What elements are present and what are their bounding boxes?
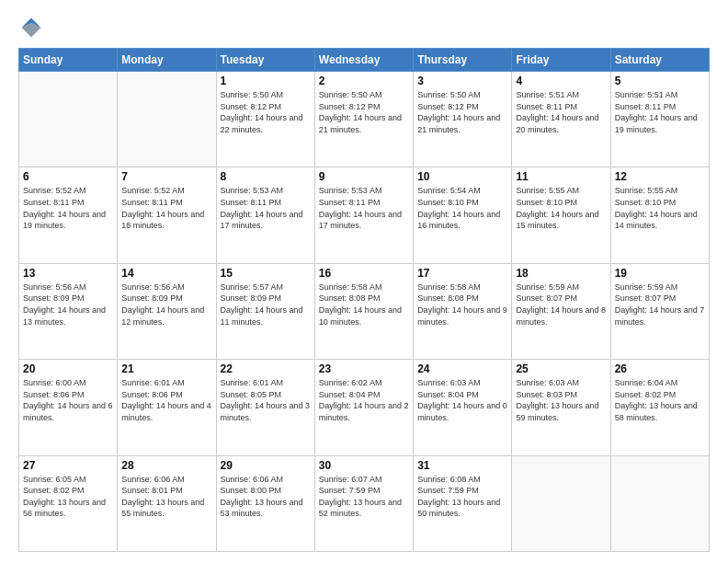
calendar-cell: 18Sunrise: 5:59 AM Sunset: 8:07 PM Dayli… — [512, 263, 610, 359]
day-number: 26 — [615, 362, 705, 375]
day-info: Sunrise: 5:55 AM Sunset: 8:10 PM Dayligh… — [516, 185, 606, 231]
calendar-cell: 17Sunrise: 5:58 AM Sunset: 8:08 PM Dayli… — [414, 263, 512, 359]
day-number: 17 — [417, 267, 507, 280]
calendar-cell: 19Sunrise: 5:59 AM Sunset: 8:07 PM Dayli… — [610, 263, 709, 359]
calendar-cell: 5Sunrise: 5:51 AM Sunset: 8:11 PM Daylig… — [610, 72, 709, 167]
calendar-cell: 13Sunrise: 5:56 AM Sunset: 8:09 PM Dayli… — [19, 263, 118, 359]
calendar-cell: 30Sunrise: 6:07 AM Sunset: 7:59 PM Dayli… — [314, 455, 413, 551]
day-number: 9 — [319, 170, 409, 183]
weekday-header-monday: Monday — [118, 49, 216, 72]
calendar: SundayMondayTuesdayWednesdayThursdayFrid… — [18, 48, 710, 552]
calendar-cell — [19, 72, 118, 167]
day-info: Sunrise: 5:51 AM Sunset: 8:11 PM Dayligh… — [615, 89, 705, 135]
day-info: Sunrise: 5:58 AM Sunset: 8:08 PM Dayligh… — [319, 282, 409, 327]
day-number: 5 — [615, 75, 705, 87]
day-info: Sunrise: 6:02 AM Sunset: 8:04 PM Dayligh… — [319, 377, 409, 423]
day-number: 21 — [121, 362, 211, 375]
day-number: 22 — [221, 362, 311, 375]
week-row-5: 27Sunrise: 6:05 AM Sunset: 8:02 PM Dayli… — [19, 455, 710, 551]
day-info: Sunrise: 5:50 AM Sunset: 8:12 PM Dayligh… — [417, 89, 507, 135]
day-info: Sunrise: 6:06 AM Sunset: 8:01 PM Dayligh… — [121, 474, 211, 520]
calendar-cell: 29Sunrise: 6:06 AM Sunset: 8:00 PM Dayli… — [216, 455, 314, 551]
day-number: 28 — [121, 459, 211, 472]
calendar-cell: 6Sunrise: 5:52 AM Sunset: 8:11 PM Daylig… — [19, 167, 118, 263]
day-info: Sunrise: 5:53 AM Sunset: 8:11 PM Dayligh… — [319, 185, 409, 231]
day-info: Sunrise: 5:56 AM Sunset: 8:09 PM Dayligh… — [121, 282, 211, 327]
day-info: Sunrise: 5:50 AM Sunset: 8:12 PM Dayligh… — [221, 89, 311, 135]
weekday-header-sunday: Sunday — [19, 49, 118, 72]
calendar-cell — [512, 455, 610, 551]
week-row-2: 6Sunrise: 5:52 AM Sunset: 8:11 PM Daylig… — [19, 167, 710, 263]
calendar-cell: 23Sunrise: 6:02 AM Sunset: 8:04 PM Dayli… — [314, 360, 413, 455]
day-info: Sunrise: 6:08 AM Sunset: 7:59 PM Dayligh… — [417, 474, 507, 520]
day-number: 16 — [319, 267, 409, 280]
day-info: Sunrise: 6:03 AM Sunset: 8:03 PM Dayligh… — [516, 377, 606, 423]
calendar-cell: 31Sunrise: 6:08 AM Sunset: 7:59 PM Dayli… — [414, 455, 512, 551]
day-info: Sunrise: 6:01 AM Sunset: 8:06 PM Dayligh… — [121, 377, 211, 423]
day-number: 4 — [516, 75, 606, 87]
calendar-cell: 22Sunrise: 6:01 AM Sunset: 8:05 PM Dayli… — [216, 360, 314, 455]
day-info: Sunrise: 6:00 AM Sunset: 8:06 PM Dayligh… — [23, 377, 113, 423]
day-info: Sunrise: 6:03 AM Sunset: 8:04 PM Dayligh… — [417, 377, 507, 423]
calendar-cell: 1Sunrise: 5:50 AM Sunset: 8:12 PM Daylig… — [216, 72, 314, 167]
calendar-cell: 28Sunrise: 6:06 AM Sunset: 8:01 PM Dayli… — [118, 455, 216, 551]
calendar-header-row: SundayMondayTuesdayWednesdayThursdayFrid… — [19, 49, 710, 72]
page: SundayMondayTuesdayWednesdayThursdayFrid… — [0, 0, 728, 563]
day-number: 2 — [319, 75, 409, 87]
calendar-cell — [118, 72, 216, 167]
calendar-cell: 10Sunrise: 5:54 AM Sunset: 8:10 PM Dayli… — [414, 167, 512, 263]
day-number: 3 — [417, 75, 507, 87]
calendar-cell: 9Sunrise: 5:53 AM Sunset: 8:11 PM Daylig… — [314, 167, 413, 263]
day-number: 1 — [221, 75, 311, 87]
calendar-cell: 3Sunrise: 5:50 AM Sunset: 8:12 PM Daylig… — [414, 72, 512, 167]
day-number: 25 — [516, 362, 606, 375]
calendar-cell: 27Sunrise: 6:05 AM Sunset: 8:02 PM Dayli… — [19, 455, 118, 551]
day-info: Sunrise: 5:54 AM Sunset: 8:10 PM Dayligh… — [417, 185, 507, 231]
day-info: Sunrise: 6:04 AM Sunset: 8:02 PM Dayligh… — [615, 377, 705, 423]
day-number: 19 — [615, 267, 705, 280]
weekday-header-saturday: Saturday — [610, 49, 709, 72]
day-number: 13 — [23, 267, 113, 280]
day-number: 20 — [23, 362, 113, 375]
day-number: 10 — [417, 170, 507, 183]
calendar-cell: 25Sunrise: 6:03 AM Sunset: 8:03 PM Dayli… — [512, 360, 610, 455]
logo-icon — [18, 15, 44, 40]
logo — [18, 15, 48, 40]
day-number: 18 — [516, 267, 606, 280]
day-number: 11 — [516, 170, 606, 183]
day-number: 31 — [417, 459, 507, 472]
day-number: 29 — [221, 459, 311, 472]
day-number: 7 — [121, 170, 211, 183]
calendar-cell — [610, 455, 709, 551]
weekday-header-thursday: Thursday — [414, 49, 512, 72]
weekday-header-wednesday: Wednesday — [314, 49, 413, 72]
day-info: Sunrise: 5:59 AM Sunset: 8:07 PM Dayligh… — [615, 282, 705, 327]
calendar-cell: 15Sunrise: 5:57 AM Sunset: 8:09 PM Dayli… — [216, 263, 314, 359]
calendar-cell: 26Sunrise: 6:04 AM Sunset: 8:02 PM Dayli… — [610, 360, 709, 455]
day-number: 30 — [319, 459, 409, 472]
day-info: Sunrise: 6:06 AM Sunset: 8:00 PM Dayligh… — [221, 474, 311, 520]
day-info: Sunrise: 5:52 AM Sunset: 8:11 PM Dayligh… — [23, 185, 113, 231]
week-row-3: 13Sunrise: 5:56 AM Sunset: 8:09 PM Dayli… — [19, 263, 710, 359]
day-info: Sunrise: 5:52 AM Sunset: 8:11 PM Dayligh… — [121, 185, 211, 231]
day-number: 24 — [417, 362, 507, 375]
day-info: Sunrise: 5:55 AM Sunset: 8:10 PM Dayligh… — [615, 185, 705, 231]
day-number: 14 — [121, 267, 211, 280]
day-number: 12 — [615, 170, 705, 183]
weekday-header-friday: Friday — [512, 49, 610, 72]
calendar-cell: 16Sunrise: 5:58 AM Sunset: 8:08 PM Dayli… — [314, 263, 413, 359]
day-info: Sunrise: 6:05 AM Sunset: 8:02 PM Dayligh… — [23, 474, 113, 520]
day-info: Sunrise: 5:53 AM Sunset: 8:11 PM Dayligh… — [221, 185, 311, 231]
calendar-cell: 24Sunrise: 6:03 AM Sunset: 8:04 PM Dayli… — [414, 360, 512, 455]
header — [18, 15, 710, 40]
weekday-header-tuesday: Tuesday — [216, 49, 314, 72]
calendar-cell: 14Sunrise: 5:56 AM Sunset: 8:09 PM Dayli… — [118, 263, 216, 359]
day-info: Sunrise: 5:59 AM Sunset: 8:07 PM Dayligh… — [516, 282, 606, 327]
day-number: 15 — [221, 267, 311, 280]
day-info: Sunrise: 5:57 AM Sunset: 8:09 PM Dayligh… — [221, 282, 311, 327]
calendar-cell: 7Sunrise: 5:52 AM Sunset: 8:11 PM Daylig… — [118, 167, 216, 263]
calendar-cell: 12Sunrise: 5:55 AM Sunset: 8:10 PM Dayli… — [610, 167, 709, 263]
day-info: Sunrise: 5:51 AM Sunset: 8:11 PM Dayligh… — [516, 89, 606, 135]
week-row-1: 1Sunrise: 5:50 AM Sunset: 8:12 PM Daylig… — [19, 72, 710, 167]
calendar-cell: 11Sunrise: 5:55 AM Sunset: 8:10 PM Dayli… — [512, 167, 610, 263]
